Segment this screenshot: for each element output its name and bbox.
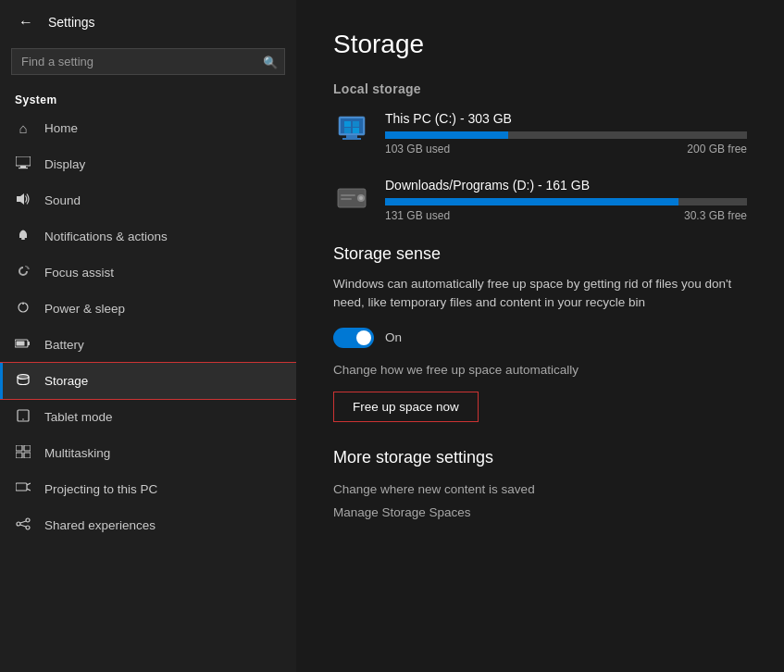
sidebar-item-sound-label: Sound <box>44 193 81 207</box>
sidebar-item-battery[interactable]: Battery <box>0 327 296 363</box>
drive-d-progress-fill <box>385 198 678 205</box>
sidebar-item-projecting[interactable]: Projecting to this PC <box>0 471 296 507</box>
sidebar-title-label: Settings <box>48 15 95 30</box>
svg-rect-14 <box>16 445 22 451</box>
drive-c-item: This PC (C:) - 303 GB 103 GB used 200 GB… <box>333 111 747 156</box>
search-input[interactable] <box>11 48 285 75</box>
sidebar-item-projecting-label: Projecting to this PC <box>44 482 157 496</box>
storage-icon <box>15 373 31 389</box>
toggle-row: On <box>333 328 747 348</box>
sidebar-item-focus-assist[interactable]: Focus assist <box>0 255 296 291</box>
free-up-space-button[interactable]: Free up space now <box>333 392 479 422</box>
sound-icon <box>15 193 31 208</box>
sidebar-item-battery-label: Battery <box>44 338 84 352</box>
drive-c-info: This PC (C:) - 303 GB 103 GB used 200 GB… <box>385 111 747 156</box>
more-settings-title: More storage settings <box>333 448 747 467</box>
svg-rect-18 <box>16 483 27 491</box>
sidebar-item-storage-label: Storage <box>44 374 88 388</box>
sidebar-item-tablet-mode[interactable]: Tablet mode <box>0 399 296 435</box>
drive-d-stats: 131 GB used 30.3 GB free <box>385 209 747 222</box>
search-bar-container: 🔍 <box>11 48 285 75</box>
shared-icon <box>15 517 31 533</box>
svg-point-36 <box>359 196 363 200</box>
sidebar-item-sound[interactable]: Sound <box>0 182 296 218</box>
drive-c-used: 103 GB used <box>385 143 450 156</box>
sidebar-item-storage[interactable]: Storage <box>0 363 296 399</box>
drive-c-free: 200 GB free <box>687 143 747 156</box>
drive-d-icon <box>333 180 370 217</box>
sidebar: ← Settings 🔍 System ⌂ Home Display Sound <box>0 0 296 672</box>
notifications-icon <box>15 229 31 244</box>
svg-rect-38 <box>341 198 352 200</box>
storage-sense-description: Windows can automatically free up space … <box>333 275 747 313</box>
sidebar-item-display[interactable]: Display <box>0 146 296 182</box>
svg-rect-15 <box>24 445 31 451</box>
svg-rect-17 <box>24 453 31 458</box>
storage-sense-toggle[interactable] <box>333 328 374 348</box>
back-icon: ← <box>19 14 33 31</box>
svg-rect-30 <box>344 121 351 127</box>
focus-assist-icon <box>15 265 31 280</box>
sidebar-item-multitasking-label: Multitasking <box>44 446 110 460</box>
sidebar-item-focus-assist-label: Focus assist <box>44 266 114 280</box>
drive-d-name: Downloads/Programs (D:) - 161 GB <box>385 178 747 193</box>
svg-rect-2 <box>19 168 28 168</box>
svg-rect-28 <box>346 135 357 138</box>
svg-line-25 <box>20 525 26 527</box>
drive-d-progress-bar <box>385 198 747 205</box>
sidebar-item-power-sleep-label: Power & sleep <box>44 302 125 316</box>
svg-rect-16 <box>16 453 22 458</box>
manage-storage-spaces-link[interactable]: Manage Storage Spaces <box>333 505 747 519</box>
sidebar-item-shared[interactable]: Shared experiences <box>0 507 296 543</box>
sidebar-item-home[interactable]: ⌂ Home <box>0 110 296 146</box>
change-new-content-link[interactable]: Change where new content is saved <box>333 482 747 496</box>
svg-point-13 <box>22 418 24 420</box>
drive-d-item: Downloads/Programs (D:) - 161 GB 131 GB … <box>333 178 747 222</box>
svg-point-21 <box>17 522 20 526</box>
main-content: Storage Local storage This PC (C:) - 303… <box>296 0 784 672</box>
drive-d-free: 30.3 GB free <box>684 209 747 222</box>
svg-rect-32 <box>344 128 351 133</box>
drive-d-info: Downloads/Programs (D:) - 161 GB 131 GB … <box>385 178 747 222</box>
back-button[interactable]: ← <box>15 10 37 34</box>
svg-rect-29 <box>342 138 361 140</box>
sidebar-item-notifications[interactable]: Notifications & actions <box>0 218 296 255</box>
svg-rect-8 <box>28 342 30 345</box>
svg-rect-27 <box>341 118 363 133</box>
svg-rect-1 <box>20 166 26 168</box>
system-section-label: System <box>0 86 296 110</box>
sidebar-item-home-label: Home <box>44 121 78 135</box>
svg-line-19 <box>27 483 31 485</box>
tablet-mode-icon <box>15 409 31 425</box>
search-icon: 🔍 <box>263 55 278 68</box>
storage-sense-title: Storage sense <box>333 244 747 264</box>
display-icon <box>15 156 31 172</box>
sidebar-item-multitasking[interactable]: Multitasking <box>0 435 296 471</box>
svg-point-22 <box>26 518 30 522</box>
drive-c-name: This PC (C:) - 303 GB <box>385 111 747 126</box>
svg-marker-3 <box>17 193 24 205</box>
svg-line-20 <box>27 489 31 491</box>
svg-point-11 <box>18 375 29 380</box>
change-link[interactable]: Change how we free up space automaticall… <box>333 363 747 377</box>
battery-icon <box>15 337 31 353</box>
page-title: Storage <box>333 30 747 59</box>
toggle-knob <box>356 330 371 345</box>
svg-rect-9 <box>17 342 25 346</box>
drive-d-used: 131 GB used <box>385 209 450 222</box>
svg-rect-31 <box>353 121 359 127</box>
svg-point-23 <box>26 526 30 529</box>
more-storage-settings: More storage settings Change where new c… <box>333 448 747 519</box>
storage-sense-section: Storage sense Windows can automatically … <box>333 244 747 448</box>
drive-c-icon <box>333 113 370 150</box>
drive-c-progress-fill <box>385 131 508 139</box>
drive-c-progress-bar <box>385 131 747 139</box>
power-sleep-icon <box>15 301 31 317</box>
toggle-state-label: On <box>385 330 402 344</box>
svg-rect-37 <box>341 194 355 196</box>
drive-c-stats: 103 GB used 200 GB free <box>385 143 747 156</box>
sidebar-nav: ⌂ Home Display Sound Notifications & act… <box>0 110 296 543</box>
home-icon: ⌂ <box>15 120 31 136</box>
sidebar-item-power-sleep[interactable]: Power & sleep <box>0 291 296 327</box>
sidebar-header: ← Settings <box>0 0 296 44</box>
